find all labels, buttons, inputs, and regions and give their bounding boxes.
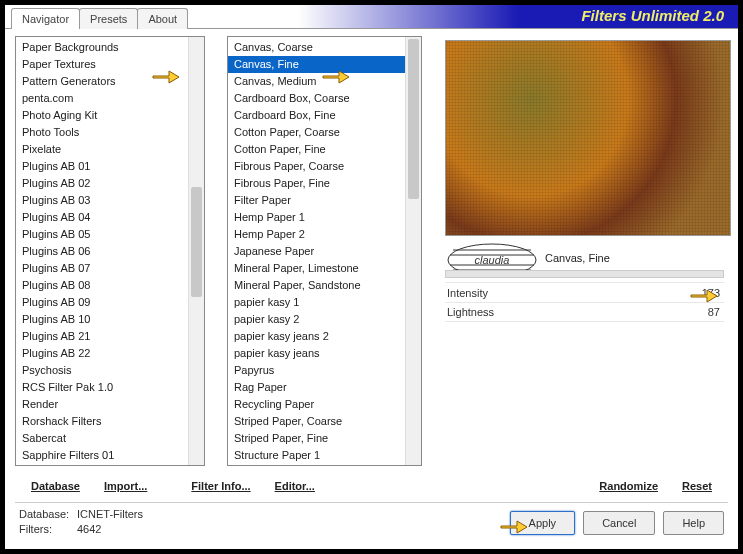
app-title: Filters Unlimited 2.0: [581, 7, 724, 24]
param-value: 87: [708, 306, 724, 318]
divider: [15, 502, 728, 503]
list-item[interactable]: Rag Paper: [228, 379, 421, 396]
param-intensity[interactable]: Intensity 173: [445, 282, 724, 302]
link-reset[interactable]: Reset: [670, 474, 724, 498]
list-item[interactable]: Cardboard Box, Fine: [228, 107, 421, 124]
list-item[interactable]: papier kasy jeans: [228, 345, 421, 362]
filter-list[interactable]: Canvas, CoarseCanvas, FineCanvas, Medium…: [227, 36, 422, 466]
list-item[interactable]: Plugins AB 03: [16, 192, 204, 209]
window: Navigator Presets About Filters Unlimite…: [4, 4, 739, 550]
status-filters-value: 4642: [77, 523, 101, 535]
tab-presets[interactable]: Presets: [79, 8, 138, 29]
link-database[interactable]: Database: [19, 474, 92, 498]
list-item[interactable]: papier kasy jeans 2: [228, 328, 421, 345]
category-list[interactable]: Paper BackgroundsPaper TexturesPattern G…: [15, 36, 205, 466]
list-item[interactable]: Japanese Paper: [228, 243, 421, 260]
param-label: Lightness: [445, 306, 708, 318]
list-item[interactable]: Fibrous Paper, Coarse: [228, 158, 421, 175]
list-item[interactable]: Render: [16, 396, 204, 413]
list-item[interactable]: penta.com: [16, 90, 204, 107]
list-item[interactable]: Striped Paper, Fine: [228, 430, 421, 447]
link-import[interactable]: Import...: [92, 474, 159, 498]
list-item[interactable]: Fibrous Paper, Fine: [228, 175, 421, 192]
list-item[interactable]: Cotton Paper, Coarse: [228, 124, 421, 141]
status-filters-label: Filters:: [19, 522, 77, 537]
list-item[interactable]: Plugins AB 02: [16, 175, 204, 192]
list-item[interactable]: Plugins AB 22: [16, 345, 204, 362]
link-filter-info[interactable]: Filter Info...: [179, 474, 262, 498]
list-item[interactable]: Plugins AB 01: [16, 158, 204, 175]
help-button[interactable]: Help: [663, 511, 724, 535]
separator-bar: [445, 270, 724, 278]
list-item[interactable]: Mineral Paper, Limestone: [228, 260, 421, 277]
list-item[interactable]: Cardboard Box, Coarse: [228, 90, 421, 107]
list-item[interactable]: RCS Filter Pak 1.0: [16, 379, 204, 396]
link-row-right: Randomize Reset: [587, 474, 724, 498]
tab-navigator[interactable]: Navigator: [11, 8, 80, 29]
parameter-list: Intensity 173 Lightness 87: [445, 282, 724, 322]
cancel-button[interactable]: Cancel: [583, 511, 655, 535]
list-item[interactable]: papier kasy 2: [228, 311, 421, 328]
list-item[interactable]: Paper Backgrounds: [16, 39, 204, 56]
param-label: Intensity: [445, 287, 702, 299]
status-db-value: ICNET-Filters: [77, 508, 143, 520]
link-row-left: Database Import... Filter Info... Editor…: [19, 474, 327, 498]
pointer-icon: [689, 284, 719, 306]
pointer-icon: [151, 65, 181, 87]
list-item[interactable]: Cotton Paper, Fine: [228, 141, 421, 158]
list-item[interactable]: Filter Paper: [228, 192, 421, 209]
titlebar: Navigator Presets About Filters Unlimite…: [5, 5, 738, 29]
content-area: Paper BackgroundsPaper TexturesPattern G…: [9, 30, 734, 545]
pointer-icon: [499, 515, 529, 537]
param-lightness[interactable]: Lightness 87: [445, 302, 724, 322]
list-item[interactable]: Papyrus: [228, 362, 421, 379]
svg-text:claudia: claudia: [475, 254, 510, 266]
link-randomize[interactable]: Randomize: [587, 474, 670, 498]
tab-about[interactable]: About: [137, 8, 188, 29]
list-item[interactable]: Plugins AB 04: [16, 209, 204, 226]
current-filter-name: Canvas, Fine: [545, 252, 610, 264]
list-item[interactable]: Striped Paper, Coarse: [228, 413, 421, 430]
list-item[interactable]: Rorshack Filters: [16, 413, 204, 430]
list-item[interactable]: Mineral Paper, Sandstone: [228, 277, 421, 294]
pointer-icon: [321, 65, 351, 87]
list-item[interactable]: Canvas, Coarse: [228, 39, 421, 56]
list-item[interactable]: Plugins AB 10: [16, 311, 204, 328]
status-db-label: Database:: [19, 507, 77, 522]
status-info: Database:ICNET-Filters Filters:4642: [19, 507, 143, 537]
scrollbar[interactable]: [405, 37, 421, 465]
scrollbar[interactable]: [188, 37, 204, 465]
link-editor[interactable]: Editor...: [263, 474, 327, 498]
list-item[interactable]: Photo Tools: [16, 124, 204, 141]
button-row: Apply Cancel Help: [510, 511, 724, 535]
list-item[interactable]: Pixelate: [16, 141, 204, 158]
list-item[interactable]: Recycling Paper: [228, 396, 421, 413]
list-item[interactable]: Plugins AB 21: [16, 328, 204, 345]
preview-image: [445, 40, 731, 236]
list-item[interactable]: Sabercat: [16, 430, 204, 447]
list-item[interactable]: Hemp Paper 1: [228, 209, 421, 226]
list-item[interactable]: Photo Aging Kit: [16, 107, 204, 124]
list-item[interactable]: Plugins AB 08: [16, 277, 204, 294]
list-item[interactable]: Sapphire Filters 01: [16, 447, 204, 464]
list-item[interactable]: Plugins AB 09: [16, 294, 204, 311]
list-item[interactable]: Plugins AB 05: [16, 226, 204, 243]
list-item[interactable]: papier kasy 1: [228, 294, 421, 311]
list-item[interactable]: Plugins AB 06: [16, 243, 204, 260]
tabset: Navigator Presets About: [11, 8, 187, 29]
list-item[interactable]: Plugins AB 07: [16, 260, 204, 277]
list-item[interactable]: Hemp Paper 2: [228, 226, 421, 243]
list-item[interactable]: Psychosis: [16, 362, 204, 379]
list-item[interactable]: Structure Paper 1: [228, 447, 421, 464]
